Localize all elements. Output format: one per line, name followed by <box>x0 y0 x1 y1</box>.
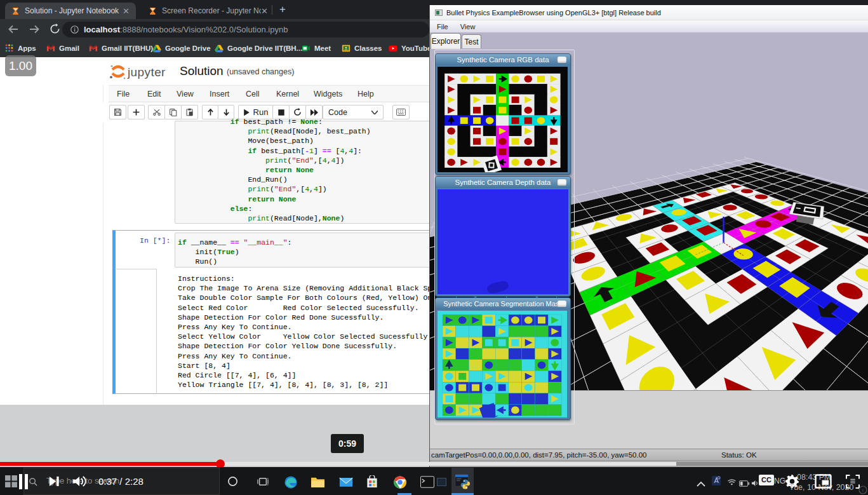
svg-text:jupyter: jupyter <box>127 65 166 79</box>
svg-text:i: i <box>862 487 864 493</box>
